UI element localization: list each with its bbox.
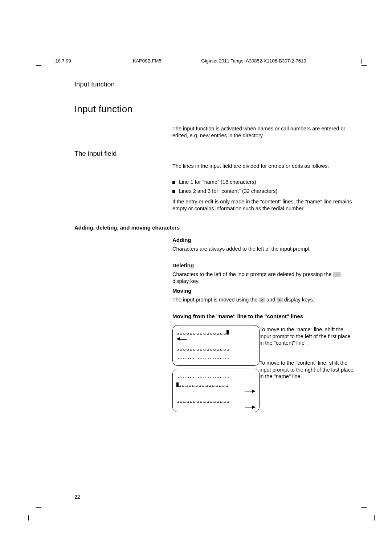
intro-text: The input function is activated when nam… <box>172 125 354 139</box>
h3-deleting: Deleting <box>172 262 194 268</box>
crop-mark <box>374 515 375 520</box>
subheading-add-del-move: Adding, deleting, and moving characters <box>74 224 180 231</box>
list-item: Line 1 for "name" (16 characters) <box>172 179 354 186</box>
body-text: Characters are always added to the left … <box>172 246 354 252</box>
list-item: Lines 2 and 3 for "content" (32 characte… <box>172 188 354 195</box>
bullet-list: Line 1 for "name" (16 characters) Lines … <box>172 179 354 197</box>
backspace-key-icon: ← <box>333 272 341 277</box>
running-rule <box>74 91 359 91</box>
right-key-icon: > <box>277 297 282 303</box>
crop-mark <box>362 65 367 66</box>
h3-moving-long: Moving from the "name" line to the "cont… <box>172 313 354 319</box>
text-fragment: display key. <box>172 278 200 284</box>
bullet-icon <box>172 190 175 193</box>
left-key-icon: < <box>259 297 265 303</box>
section-rule <box>74 117 359 117</box>
header-doc: Gigaset 2011 Tango: A30852-X1106-B307-2-… <box>201 58 306 64</box>
diagram-caption: To move to the "name" line, shift the in… <box>260 326 354 347</box>
text-fragment: and <box>266 297 277 303</box>
bullet-text: Lines 2 and 3 for "content" (32 characte… <box>179 188 277 194</box>
header-meta: | 18.7.99 KAP08B.FM5 Gigaset 2011 Tango:… <box>53 58 363 64</box>
body-text: If the entry or edit is only made in the… <box>172 198 354 212</box>
header-file: KAP08B.FM5 <box>133 58 162 64</box>
text-fragment: Characters to the left of the input prom… <box>172 271 333 277</box>
h3-moving: Moving <box>172 288 192 294</box>
text-fragment: display keys. <box>284 297 314 303</box>
text-fragment: The input prompt is moved using the <box>172 297 259 303</box>
running-head: Input function <box>74 81 115 88</box>
diagram-caption: To move to the "content" line, shift the… <box>260 360 354 380</box>
h3-adding: Adding <box>172 237 191 243</box>
section-title: Input function <box>74 104 132 115</box>
crop-mark <box>362 507 367 508</box>
body-text: The lines in the input field are divided… <box>172 163 354 170</box>
bullet-icon <box>172 181 175 184</box>
body-text: The input prompt is moved using the < an… <box>172 296 354 303</box>
page-number: 22 <box>74 494 80 500</box>
crop-mark <box>28 515 29 520</box>
crop-mark <box>36 65 41 66</box>
header-date: 18.7.99 <box>55 58 71 64</box>
bullet-text: Line 1 for "name" (16 characters) <box>179 179 256 185</box>
crop-mark <box>36 507 41 508</box>
body-text: Characters to the left of the input prom… <box>172 271 354 284</box>
display-diagram-content-line: ␣␣␣␣␣␣␣␣␣␣␣␣␣␣␣␣ ␣␣␣␣␣␣␣␣␣␣␣␣␣␣␣ ␣␣␣␣␣␣␣… <box>172 369 260 412</box>
subheading-input-field: The input field <box>74 150 117 158</box>
display-diagram-name-line: ␣␣␣␣␣␣␣␣␣␣␣␣␣␣␣ ␣␣␣␣␣␣␣␣␣␣␣␣␣␣␣␣ ␣␣␣␣␣␣␣… <box>172 325 260 366</box>
